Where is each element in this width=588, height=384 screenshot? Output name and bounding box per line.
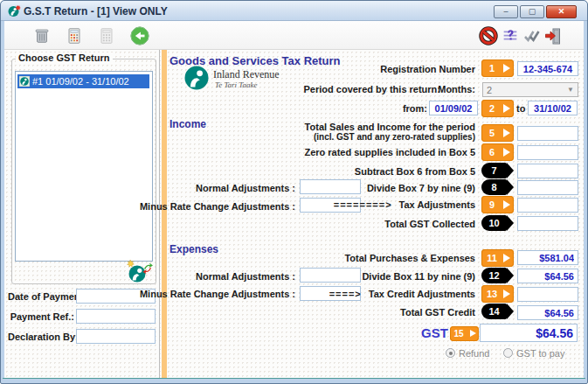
box14-badge: 14 (481, 304, 507, 319)
box7-input[interactable] (517, 164, 578, 178)
box11-badge: 11 (481, 249, 514, 267)
gst-to-pay-label: GST to pay (516, 348, 564, 359)
delete-icon (32, 26, 52, 45)
declaration-by-label: Declaration By: (8, 332, 74, 342)
income-normal-adjustments-label: Normal Adjustments : (196, 183, 295, 193)
maximize-button[interactable]: ▢ (520, 5, 544, 18)
to-date-input[interactable] (528, 101, 578, 115)
box9-badge: 9 (481, 196, 514, 213)
box5-input[interactable] (517, 126, 578, 141)
box14-input[interactable] (517, 305, 578, 320)
box13-label: ====>Tax Credit Adjustments (329, 289, 475, 299)
gst-total-input[interactable] (480, 324, 578, 342)
badge-arrow-icon (503, 64, 510, 73)
from-label: from: (398, 103, 427, 114)
box6-label: Zero rated supplies included in Box 5 (304, 147, 475, 157)
declaration-by-input[interactable] (76, 329, 156, 344)
cancel-button[interactable] (477, 24, 500, 47)
payment-ref-input[interactable] (76, 309, 156, 324)
logo-subtitle: Te Tari Taake (215, 80, 258, 89)
refund-radio[interactable] (446, 348, 455, 358)
calculator-button[interactable] (63, 24, 86, 47)
box5-label: Total Sales and Income for the period (i… (305, 122, 475, 142)
income-normal-adjustments-input[interactable] (300, 179, 361, 194)
box6-badge: 6 (481, 143, 514, 161)
box15-badge: 15 (450, 326, 479, 341)
app-icon (8, 4, 21, 21)
box8-input[interactable] (517, 180, 578, 195)
box14-label: Total GST Credit (400, 307, 475, 318)
orange-divider (162, 50, 167, 378)
badge-arrow-icon (503, 290, 510, 298)
months-value: 2 (487, 85, 492, 95)
payment-ref-label: Payment Ref.: (8, 311, 74, 322)
box1-badge: 1 (481, 59, 514, 77)
box12-badge: 12 (481, 268, 507, 283)
box10-label: Total GST Collected (384, 219, 475, 229)
close-button[interactable]: ✕ (546, 5, 577, 18)
expenses-normal-adjustments-input[interactable] (300, 268, 361, 283)
badge-arrow-icon (503, 129, 510, 137)
apply-button[interactable] (521, 24, 543, 47)
minimize-button[interactable]: – (494, 5, 518, 18)
return-list-item[interactable]: #1 01/09/02 - 31/10/02 (17, 74, 149, 88)
box6-input[interactable] (517, 145, 578, 160)
badge-arrow-icon (503, 104, 510, 113)
refund-label: Refund (459, 348, 489, 359)
expenses-header: Expenses (169, 243, 218, 255)
income-rate-change-adjustments-label: Minus Rate Change Adjustments : (140, 201, 295, 212)
sidebar-edge (159, 50, 160, 378)
return-list-item-label: #1 01/09/02 - 31/10/02 (32, 76, 129, 87)
delete-button[interactable] (31, 24, 53, 47)
badge-arrow-icon (503, 254, 510, 262)
box7-label: Subtract Box 6 from Box 5 (355, 166, 475, 177)
registration-input[interactable] (517, 61, 578, 76)
box5-badge: 5 (481, 124, 514, 142)
chevron-down-icon: ▼ (567, 86, 574, 94)
months-select[interactable]: 2 ▼ (482, 82, 578, 97)
income-header: Income (169, 118, 206, 130)
badge-arrow-icon (503, 200, 510, 209)
help-button[interactable] (499, 24, 522, 47)
choose-return-title: Choose GST Return (16, 52, 113, 63)
calculator-icon (65, 26, 84, 45)
apply-icon (522, 25, 543, 46)
return-listbox[interactable] (15, 71, 153, 262)
app-window: G.S.T Return - [1] View ONLY – ▢ ✕ (0, 0, 588, 384)
box11-input[interactable] (517, 250, 578, 265)
bottom-accent-line (3, 378, 585, 379)
calculator-disabled-button[interactable] (95, 24, 118, 47)
box13-input[interactable] (517, 287, 578, 302)
badge-arrow-icon (470, 330, 476, 337)
new-return-icon[interactable] (127, 260, 153, 287)
exit-button[interactable] (542, 24, 564, 47)
box11-label: Total Purchases & Expenses (344, 253, 475, 263)
period-label: Period covered by this return: (304, 84, 440, 94)
box8-label: Divide Box 7 by nine (9) (367, 183, 475, 193)
box9-label: ========>Tax Adjustments (334, 199, 475, 210)
gst-to-pay-radio[interactable] (503, 348, 513, 358)
to-label: to (516, 103, 525, 114)
box7-badge: 7 (481, 163, 507, 178)
toolbar (4, 21, 584, 50)
from-date-input[interactable] (429, 101, 478, 115)
expenses-normal-adjustments-label: Normal Adjustments : (196, 271, 295, 282)
exit-icon (543, 25, 564, 46)
expenses-rate-change-adjustments-label: Minus Rate Change Adjustments : (140, 289, 295, 299)
box9-input[interactable] (517, 198, 578, 213)
help-icon (501, 26, 520, 45)
date-of-payment-label: Date of Payment: (8, 291, 74, 302)
box12-input[interactable] (517, 269, 578, 283)
box12-label: Divide Box 11 by nine (9) (362, 271, 475, 282)
months-label: Months: (438, 84, 475, 94)
gst-label: GST (421, 325, 448, 340)
box10-input[interactable] (517, 216, 578, 231)
box2-badge: 2 (481, 100, 514, 117)
back-button[interactable] (128, 24, 151, 47)
box8-badge: 8 (481, 179, 507, 195)
box10-badge: 10 (481, 215, 507, 231)
calculator-disabled-icon (97, 26, 116, 45)
ird-mini-icon (19, 76, 30, 87)
title-bar: G.S.T Return - [1] View ONLY – ▢ ✕ (1, 1, 587, 21)
logo-name: Inland Revenue (213, 68, 280, 81)
